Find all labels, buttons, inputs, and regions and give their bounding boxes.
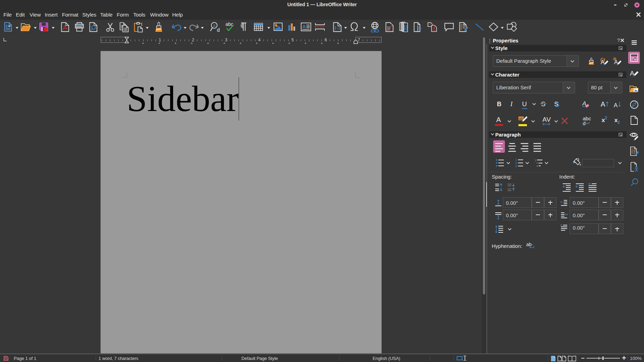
svg-text:5: 5 (291, 38, 294, 42)
svg-text:1: 1 (534, 159, 536, 162)
svg-text:ab: ab (526, 242, 532, 247)
svg-text:A: A (302, 24, 306, 29)
svg-text:a: a (213, 23, 216, 28)
svg-text:3: 3 (515, 164, 517, 167)
svg-text:A: A (614, 102, 618, 109)
svg-text:6: 6 (324, 38, 327, 42)
svg-text:2: 2 (192, 38, 194, 42)
svg-text:1: 1 (391, 23, 393, 27)
svg-text:d: d (217, 27, 220, 32)
svg-text:1: 1 (159, 38, 161, 42)
svg-text:ab: ab (519, 117, 523, 121)
svg-text:7: 7 (358, 38, 360, 42)
svg-text:d: d (583, 120, 585, 126)
svg-text:3: 3 (225, 38, 228, 42)
svg-text:4: 4 (258, 38, 261, 42)
svg-text:A: A (601, 100, 605, 108)
